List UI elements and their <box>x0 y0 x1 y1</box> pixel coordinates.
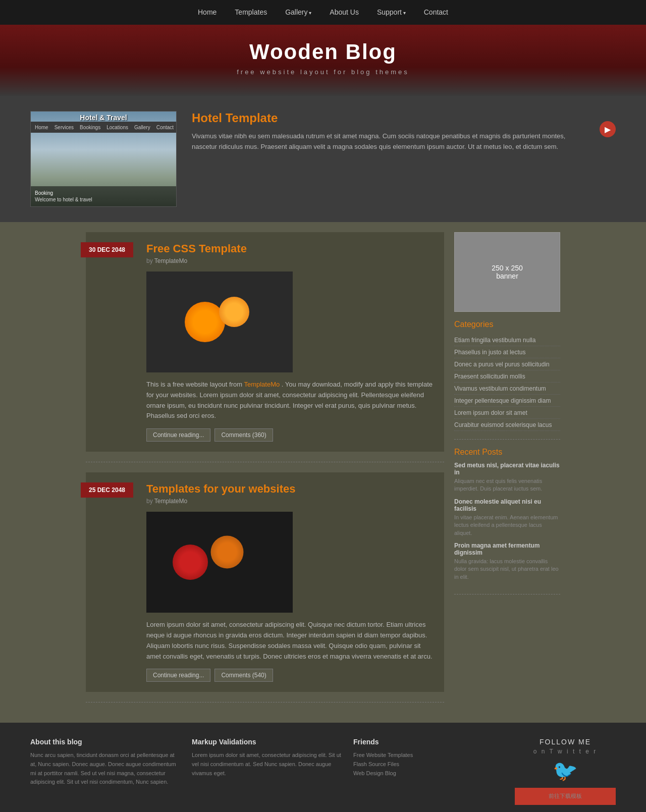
article-2-byline: by TemplateMo <box>146 498 434 505</box>
article-2-read-more[interactable]: Continue reading... <box>146 669 210 682</box>
nav-support[interactable]: Support <box>368 0 415 25</box>
nav-templates[interactable]: Templates <box>226 0 276 25</box>
article-2-text: Lorem ipsum dolor sit amet, consectetur … <box>146 620 434 662</box>
site-subtitle: free website layout for blog themes <box>0 68 646 76</box>
hotel-img-title: Hotel & Travel <box>31 114 176 122</box>
friends-link-2[interactable]: Flash Source Files <box>353 760 505 769</box>
hotel-section: Hotel & Travel Home Services Bookings Lo… <box>0 96 646 222</box>
nav-gallery[interactable]: Gallery <box>276 0 320 25</box>
article-2: 25 DEC 2048 Templates for your websites … <box>86 472 444 692</box>
footer-markup-title: Markup Validations <box>192 738 343 746</box>
category-item: Phasellus in justo at lectus <box>454 346 560 358</box>
orange-visual <box>146 272 293 372</box>
categories-list: Etiam fringilla vestibulum nulla Phasell… <box>454 334 560 431</box>
hotel-img-bottom: Booking Welcome to hotel & travel <box>31 186 176 206</box>
nav-about[interactable]: About Us <box>320 0 368 25</box>
main-column: 30 DEC 2048 Free CSS Template by Templat… <box>86 232 444 713</box>
article-1: 30 DEC 2048 Free CSS Template by Templat… <box>86 232 444 452</box>
hotel-image-wrap: Hotel & Travel Home Services Bookings Lo… <box>30 111 177 207</box>
recent-post-3-title[interactable]: Proin magna amet fermentum dignissim <box>454 542 540 556</box>
download-button[interactable]: 前往下载模板 <box>515 788 616 805</box>
article-2-title[interactable]: Templates for your websites <box>146 482 434 496</box>
site-header: Wooden Blog free website layout for blog… <box>0 25 646 96</box>
follow-label: FOLLOW ME <box>515 738 616 746</box>
friends-link-1[interactable]: Free Website Templates <box>353 751 505 760</box>
article-2-author[interactable]: TemplateMo <box>154 498 187 505</box>
article-1-actions: Continue reading... Comments (360) <box>146 428 434 442</box>
footer-friends-title: Friends <box>353 738 505 746</box>
article-1-byline: by TemplateMo <box>146 257 434 264</box>
categories-title: Categories <box>454 320 560 329</box>
category-item: Integer pellentesque dignissim diam <box>454 395 560 407</box>
banner-text: 250 x 250banner <box>492 264 523 280</box>
recent-post-2-title[interactable]: Donec molestie aliquet nisi eu facilisis <box>454 498 541 512</box>
footer-markup: Markup Validations Lorem ipsum dolor sit… <box>192 738 343 805</box>
footer: About this blog Nunc arcu sapien, tincid… <box>0 723 646 812</box>
recent-post-3: Proin magna amet fermentum dignissim Nul… <box>454 542 560 581</box>
category-item: Donec a purus vel purus sollicitudin <box>454 358 560 370</box>
apple-visual <box>146 512 293 613</box>
article-separator-1 <box>86 462 444 462</box>
main-nav: Home Templates Gallery About Us Support … <box>0 0 646 25</box>
category-item: Etiam fringilla vestibulum nulla <box>454 334 560 346</box>
banner-box: 250 x 250banner <box>454 232 560 312</box>
sidebar: 250 x 250banner Categories Etiam fringil… <box>454 232 560 713</box>
article-2-body: Templates for your websites by TemplateM… <box>86 472 444 692</box>
article-1-text: This is a free website layout from Templ… <box>146 380 434 421</box>
sidebar-recent-posts: Recent Posts Sed metus nisl, placerat vi… <box>454 448 560 594</box>
hotel-img-nav: Home Services Bookings Locations Gallery… <box>31 122 176 133</box>
content-inner: 30 DEC 2048 Free CSS Template by Templat… <box>76 232 570 713</box>
article-1-author[interactable]: TemplateMo <box>154 257 187 264</box>
recent-post-1: Sed metus nisl, placerat vitae iaculis i… <box>454 462 560 493</box>
category-item: Vivamus vestibulum condimentum <box>454 383 560 395</box>
category-item: Lorem ipsum dolor sit amet <box>454 407 560 419</box>
content-area: 30 DEC 2048 Free CSS Template by Templat… <box>0 222 646 723</box>
hotel-title: Hotel Template <box>192 111 584 125</box>
article-2-image <box>146 512 293 613</box>
footer-friends: Friends Free Website Templates Flash Sou… <box>353 738 505 805</box>
hotel-description: Vivamus vitae nibh eu sem malesuada rutr… <box>192 131 584 152</box>
recent-post-3-excerpt: Nulla gravida: lacus molestie convallis … <box>454 558 560 581</box>
welcome-text: Welcome to hotel & travel <box>35 197 92 202</box>
booking-label: Booking <box>35 190 92 196</box>
article-2-actions: Continue reading... Comments (540) <box>146 669 434 682</box>
nav-contact[interactable]: Contact <box>415 0 457 25</box>
site-title: Wooden Blog <box>0 40 646 64</box>
sidebar-categories: Categories Etiam fringilla vestibulum nu… <box>454 320 560 440</box>
nav-home[interactable]: Home <box>189 0 226 25</box>
twitter-bird-icon: 🐦 <box>515 759 616 783</box>
article-2-comments[interactable]: Comments (540) <box>214 669 273 682</box>
footer-follow: FOLLOW ME o n T w i t t e r 🐦 前往下载模板 <box>515 738 616 805</box>
hotel-next-arrow[interactable]: ▶ <box>600 121 616 137</box>
category-item: Curabitur euismod scelerisque lacus <box>454 419 560 431</box>
recent-posts-title: Recent Posts <box>454 448 560 457</box>
article-1-comments[interactable]: Comments (360) <box>214 428 273 442</box>
recent-post-1-title[interactable]: Sed metus nisl, placerat vitae iaculis i… <box>454 462 560 476</box>
twitter-label: o n T w i t t e r <box>515 748 616 755</box>
article-1-image <box>146 272 293 372</box>
article-1-title[interactable]: Free CSS Template <box>146 242 434 255</box>
article-2-date: 25 DEC 2048 <box>81 482 133 498</box>
footer-about: About this blog Nunc arcu sapien, tincid… <box>30 738 182 805</box>
category-item: Praesent sollicitudin mollis <box>454 370 560 383</box>
article-1-date: 30 DEC 2048 <box>81 242 133 257</box>
templatemo-link[interactable]: TemplateMo <box>244 381 280 388</box>
hotel-image: Hotel & Travel Home Services Bookings Lo… <box>30 111 177 207</box>
article-separator-2 <box>86 702 444 702</box>
friends-link-3[interactable]: Web Design Blog <box>353 769 505 778</box>
article-1-body: Free CSS Template by TemplateMo This is … <box>86 232 444 452</box>
hotel-content: Hotel Template Vivamus vitae nibh eu sem… <box>192 111 584 152</box>
footer-about-text: Nunc arcu sapien, tincidunt donasm orci … <box>30 751 182 786</box>
footer-markup-text: Lorem ipsum dolor sit amet, consectetur … <box>192 751 343 778</box>
article-1-read-more[interactable]: Continue reading... <box>146 428 210 442</box>
recent-post-1-excerpt: Aliquam nec est quis felis venenatis imp… <box>454 477 560 493</box>
recent-post-2-excerpt: In vitae placerat enim. Aenean elementum… <box>454 514 560 537</box>
recent-post-2: Donec molestie aliquet nisi eu facilisis… <box>454 498 560 537</box>
footer-about-title: About this blog <box>30 738 182 746</box>
